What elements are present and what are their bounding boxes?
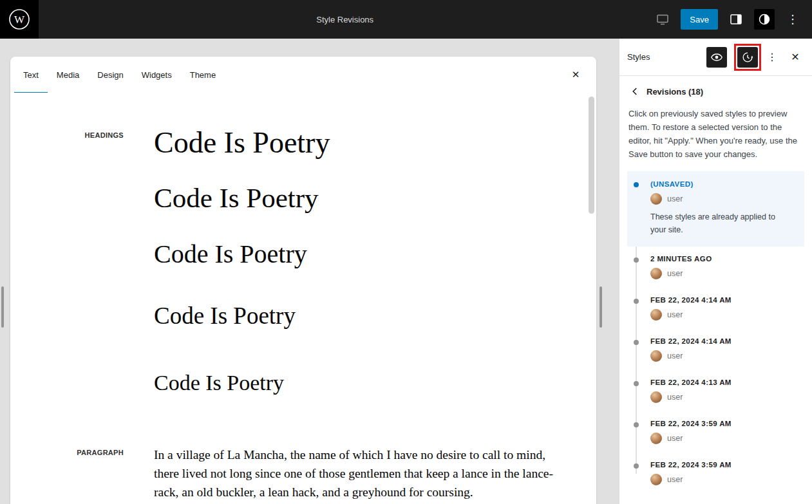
revisions-button-wrapper	[737, 47, 758, 68]
revision-label: FEB 22, 2024 4:13 AM	[650, 378, 797, 386]
user-avatar	[650, 474, 662, 485]
revision-item[interactable]: FEB 22, 2024 4:13 AM user	[627, 370, 804, 411]
revisions-list: (UNSAVED) user These styles are already …	[619, 161, 812, 504]
timeline-dot	[634, 340, 639, 345]
revision-label: FEB 22, 2024 3:59 AM	[650, 420, 797, 427]
heading-sample-h4[interactable]: Code Is Poetry	[154, 303, 330, 330]
user-avatar	[650, 268, 662, 279]
tab-design[interactable]: Design	[88, 57, 132, 93]
revision-author: user	[667, 475, 683, 484]
revision-label: 2 MINUTES AGO	[650, 255, 797, 263]
revision-label: (UNSAVED)	[650, 180, 797, 188]
revision-author: user	[667, 393, 683, 402]
revisions-count-title: Revisions (18)	[647, 87, 703, 97]
style-book-canvas: Text Media Design Widgets Theme ✕ HEADIN…	[10, 57, 596, 504]
topbar-actions: Save ⋮	[651, 8, 812, 31]
top-bar: W Style Revisions Save ⋮	[0, 0, 812, 39]
style-book-toggle-button[interactable]	[706, 47, 727, 68]
styles-sidebar: Styles ⋮ ✕	[619, 39, 812, 504]
settings-sidebar-button[interactable]	[724, 8, 748, 31]
revision-author: user	[667, 434, 683, 443]
revision-author: user	[667, 351, 683, 360]
contrast-circle-icon	[757, 12, 772, 27]
revision-author: user	[667, 310, 683, 319]
paragraph-sample[interactable]: In a village of La Mancha, the name of w…	[154, 445, 558, 502]
heading-sample-h3[interactable]: Code Is Poetry	[154, 239, 330, 269]
revision-label: FEB 22, 2024 4:14 AM	[650, 337, 797, 345]
revision-item-unsaved[interactable]: (UNSAVED) user These styles are already …	[627, 171, 804, 247]
revisions-button[interactable]	[737, 47, 758, 68]
tab-media[interactable]: Media	[48, 57, 88, 93]
user-avatar	[650, 391, 662, 403]
paragraph-section: PARAGRAPH In a village of La Mancha, the…	[26, 445, 558, 502]
timeline-dot	[634, 257, 639, 263]
revision-item[interactable]: 2 MINUTES AGO user	[627, 247, 804, 288]
timeline-dot	[634, 463, 639, 469]
sidebar-more-options-button[interactable]: ⋮	[763, 47, 781, 68]
sidebar-panel-icon	[728, 12, 744, 27]
revision-author: user	[667, 269, 683, 278]
headings-section-label: HEADINGS	[26, 126, 124, 139]
canvas-resize-handle-left[interactable]	[1, 286, 4, 328]
tab-theme[interactable]: Theme	[181, 57, 225, 93]
revision-item[interactable]: FEB 22, 2024 3:59 AM user	[627, 453, 804, 494]
back-button[interactable]	[627, 84, 643, 99]
wordpress-w-icon: W	[8, 8, 31, 31]
styles-toggle-button[interactable]	[754, 9, 775, 30]
style-book-body: HEADINGS Code Is Poetry Code Is Poetry C…	[10, 93, 596, 502]
canvas-scrollbar[interactable]	[589, 97, 594, 214]
wordpress-logo[interactable]: W	[0, 0, 39, 39]
timeline-dot	[634, 299, 639, 304]
chevron-left-icon	[628, 84, 642, 98]
canvas-resize-handle-right[interactable]	[600, 286, 602, 328]
headings-section: HEADINGS Code Is Poetry Code Is Poetry C…	[26, 126, 558, 395]
timeline-dot	[634, 182, 639, 187]
editor-workspace: Text Media Design Widgets Theme ✕ HEADIN…	[0, 39, 619, 504]
styles-sidebar-header: Styles ⋮ ✕	[619, 39, 812, 76]
revision-label: FEB 22, 2024 3:59 AM	[650, 461, 797, 469]
styles-panel-title: Styles	[627, 52, 706, 62]
user-avatar	[650, 350, 662, 362]
revision-label: FEB 22, 2024 4:14 AM	[650, 296, 797, 304]
close-sidebar-button[interactable]: ✕	[786, 47, 804, 68]
eye-icon	[710, 50, 724, 64]
paragraph-section-label: PARAGRAPH	[26, 445, 124, 456]
svg-text:W: W	[14, 14, 25, 26]
editor-content: Text Media Design Widgets Theme ✕ HEADIN…	[0, 39, 812, 504]
heading-sample-h5[interactable]: Code Is Poetry	[154, 370, 330, 395]
tab-widgets[interactable]: Widgets	[133, 57, 181, 93]
page-title: Style Revisions	[39, 15, 651, 24]
monitor-icon	[655, 12, 670, 27]
revision-note: These styles are already applied to your…	[650, 211, 789, 236]
revision-item[interactable]: FEB 22, 2024 4:14 AM user	[627, 329, 804, 370]
save-button[interactable]: Save	[681, 9, 718, 30]
heading-sample-h1[interactable]: Code Is Poetry	[154, 126, 330, 160]
history-clock-icon	[741, 50, 755, 64]
user-avatar	[650, 309, 662, 321]
revision-author: user	[667, 194, 683, 203]
style-book-tabs: Text Media Design Widgets Theme ✕	[10, 57, 596, 93]
revisions-header: Revisions (18)	[619, 76, 812, 102]
user-avatar	[650, 193, 662, 205]
revision-item[interactable]: FEB 22, 2024 3:59 AM user	[627, 411, 804, 453]
more-options-button[interactable]: ⋮	[781, 8, 804, 31]
heading-sample-h2[interactable]: Code Is Poetry	[154, 182, 330, 214]
user-avatar	[650, 433, 662, 444]
timeline-dot	[634, 422, 639, 427]
revisions-description: Click on previously saved styles to prev…	[619, 107, 812, 161]
close-style-book-button[interactable]: ✕	[564, 63, 587, 86]
timeline-dot	[634, 381, 639, 386]
revision-item[interactable]: FEB 22, 2024 4:14 AM user	[627, 288, 804, 329]
view-device-preview-button[interactable]	[651, 8, 674, 31]
tab-text[interactable]: Text	[14, 57, 48, 93]
